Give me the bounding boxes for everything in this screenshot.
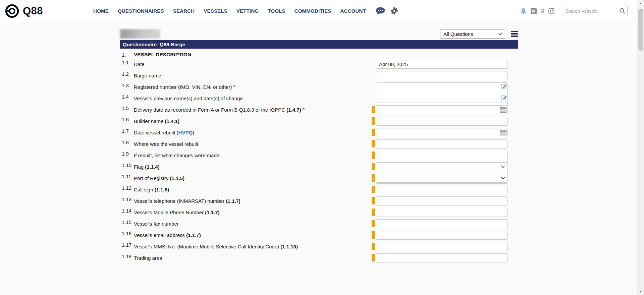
question-row: 1.11Port of Registry (1.1.5): [120, 174, 518, 183]
question-number: 1.2: [120, 71, 134, 80]
edit-icon[interactable]: [501, 95, 507, 101]
incomplete-marker: [372, 220, 375, 227]
calendar-icon[interactable]: [500, 107, 506, 113]
answer-input[interactable]: [376, 128, 508, 137]
scroll-up-arrow[interactable]: ▲: [637, 2, 644, 5]
answer-input[interactable]: [376, 231, 508, 240]
answer-input[interactable]: [376, 242, 508, 251]
incomplete-marker: [372, 186, 375, 193]
question-number: 1.6: [120, 117, 134, 126]
answer-select[interactable]: [376, 162, 508, 171]
question-number: 1.8: [120, 139, 134, 149]
question-number: 1.15: [120, 219, 134, 228]
question-row: 1.18Trading area: [120, 253, 518, 262]
nav-item-commodities[interactable]: COMMODITIES: [294, 8, 331, 14]
nav-right-cluster: in X: [520, 6, 628, 16]
nav-item-search[interactable]: SEARCH: [173, 8, 195, 14]
hvpq-link[interactable]: HVPQ: [178, 130, 193, 135]
linkedin-icon[interactable]: in: [531, 8, 537, 14]
answer-select[interactable]: [376, 174, 508, 183]
section-title: VESSEL DESCRIPTION: [134, 52, 191, 58]
main-nav: HOME QUESTIONNAIRES SEARCH VESSELS VETTI…: [93, 8, 366, 14]
question-filter-select[interactable]: All Questions: [440, 30, 505, 39]
question-row: 1.10Flag (1.1.4): [120, 162, 518, 171]
incomplete-marker: [372, 129, 375, 136]
search-input[interactable]: [562, 6, 628, 16]
question-number: 1.11: [120, 174, 134, 183]
question-number: 1.10: [120, 162, 134, 171]
nav-item-vetting[interactable]: VETTING: [236, 8, 259, 14]
question-field: [372, 253, 508, 262]
answer-input[interactable]: [376, 105, 508, 114]
question-field: [372, 208, 508, 217]
incomplete-marker: [372, 140, 375, 148]
nav-item-questionnaires[interactable]: QUESTIONNAIRES: [118, 8, 164, 14]
chat-icon[interactable]: [375, 7, 386, 15]
incomplete-marker: [372, 163, 375, 170]
questionnaire-panel: All Questions Questionnaire: Q88-Barge 1…: [120, 29, 518, 265]
answer-input[interactable]: [376, 196, 508, 205]
answer-input[interactable]: [376, 60, 508, 69]
nav-item-tools[interactable]: TOOLS: [268, 8, 285, 14]
question-field: [372, 162, 508, 171]
answer-input[interactable]: [376, 253, 508, 262]
q88-logo[interactable]: Q88: [5, 4, 43, 18]
incomplete-marker: [372, 117, 375, 125]
question-field: [372, 242, 508, 251]
question-row: 1.13Vessel's telephone (INMARSAT) number…: [120, 196, 518, 205]
instagram-icon[interactable]: [548, 8, 554, 14]
answer-input[interactable]: [376, 219, 508, 228]
answer-input[interactable]: [376, 71, 508, 80]
question-field: [372, 219, 508, 228]
calendar-icon[interactable]: [500, 130, 506, 135]
question-field: [372, 139, 508, 149]
incomplete-marker: [372, 209, 375, 216]
question-number: 1.5: [120, 105, 134, 114]
question-field: [372, 128, 508, 137]
scrollbar-thumb[interactable]: [638, 9, 643, 51]
question-number: 1.9: [120, 151, 134, 160]
questionnaire-title: Questionnaire: Q88-Barge: [120, 40, 518, 49]
incomplete-marker: [372, 243, 375, 250]
answer-input[interactable]: [376, 117, 508, 126]
question-row: 1.5Delivery date as recorded in Form A o…: [120, 105, 518, 114]
answer-input[interactable]: [376, 208, 508, 217]
answer-input[interactable]: [376, 94, 508, 103]
edit-icon[interactable]: [501, 83, 507, 89]
question-number: 1.12: [120, 185, 134, 194]
question-row: 1.16Vessel's email address (1.1.7): [120, 231, 518, 240]
question-field: [372, 117, 508, 126]
x-twitter-icon[interactable]: X: [541, 8, 544, 14]
question-number: 1.13: [120, 196, 134, 205]
incomplete-marker: [372, 174, 375, 182]
q88-logo-text: Q88: [23, 5, 43, 17]
question-row: 1.7Date vessel rebuilt (HVPQ): [120, 128, 518, 137]
toolbar-right: All Questions: [440, 30, 518, 39]
incomplete-marker: [372, 152, 375, 159]
question-field: [372, 174, 508, 183]
top-nav: Q88 HOME QUESTIONNAIRES SEARCH VESSELS V…: [0, 0, 637, 22]
notifications-bell-icon[interactable]: [520, 7, 527, 15]
search-icon[interactable]: [619, 8, 626, 14]
question-field: [372, 60, 508, 69]
answer-input[interactable]: [376, 185, 508, 194]
vessel-search: [562, 6, 628, 16]
question-row: 1.17Vessel's MMSI No. (Maritime Mobile S…: [120, 242, 518, 251]
incomplete-marker: [372, 106, 375, 113]
question-row: 1.2Barge name: [120, 71, 518, 80]
gear-icon[interactable]: [390, 7, 398, 15]
question-row: 1.12Call sign (1.1.6): [120, 185, 518, 194]
nav-item-account[interactable]: ACCOUNT: [340, 8, 366, 14]
question-number: 1.17: [120, 242, 134, 251]
nav-item-home[interactable]: HOME: [93, 8, 109, 14]
nav-item-vessels[interactable]: VESSELS: [204, 8, 227, 14]
answer-input[interactable]: [376, 139, 508, 149]
menu-icon[interactable]: [511, 30, 518, 38]
question-number: 1.1: [120, 60, 134, 69]
section-header: 1. VESSEL DESCRIPTION: [120, 50, 518, 59]
incomplete-marker: [372, 254, 375, 261]
scroll-down-arrow[interactable]: ▼: [637, 290, 644, 293]
question-number: 1.16: [120, 231, 134, 240]
question-number: 1.14: [120, 208, 134, 217]
vertical-scrollbar[interactable]: ▲ ▼: [637, 0, 644, 295]
